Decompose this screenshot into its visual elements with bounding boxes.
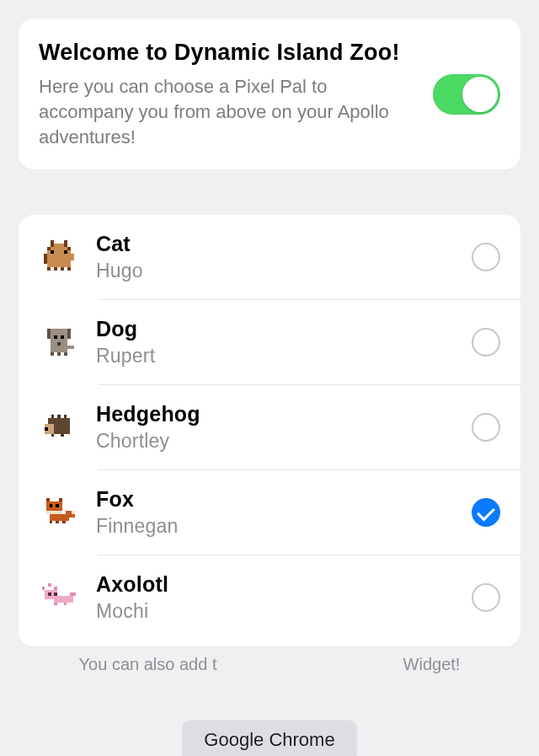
svg-rect-14	[54, 267, 57, 271]
intro-card: Welcome to Dynamic Island Zoo! Here you …	[19, 19, 520, 169]
pet-list: Cat Hugo Dog Rupert	[19, 215, 520, 646]
svg-rect-30	[57, 415, 61, 418]
svg-rect-46	[56, 521, 59, 524]
footer-left: You can also add t	[79, 655, 217, 673]
list-item[interactable]: Fox Finnegan	[19, 470, 520, 555]
svg-rect-33	[45, 427, 48, 431]
footer-text: You can also add t Widget!	[19, 655, 520, 674]
svg-rect-53	[54, 593, 57, 597]
petname-label: Chortley	[96, 430, 456, 453]
svg-rect-18	[67, 329, 71, 339]
svg-rect-2	[51, 244, 54, 247]
svg-rect-48	[42, 587, 45, 591]
species-label: Hedgehog	[96, 402, 456, 426]
svg-rect-37	[59, 498, 62, 501]
svg-rect-57	[64, 603, 67, 606]
list-item[interactable]: Hedgehog Chortley	[19, 385, 520, 469]
radio[interactable]	[472, 413, 500, 442]
svg-rect-55	[70, 593, 76, 597]
species-label: Axolotl	[96, 572, 456, 597]
list-item[interactable]: Dog Rupert	[19, 300, 520, 384]
svg-rect-21	[61, 335, 64, 339]
list-item-labels: Dog Rupert	[96, 317, 456, 367]
svg-rect-52	[48, 593, 51, 597]
species-label: Fox	[96, 487, 456, 512]
list-item[interactable]: Axolotl Mochi	[19, 555, 520, 640]
svg-rect-25	[51, 352, 54, 356]
browser-pill-label: Google Chrome	[204, 729, 334, 750]
svg-rect-10	[47, 260, 71, 267]
radio[interactable]	[472, 498, 500, 527]
browser-pill[interactable]: Google Chrome	[182, 721, 356, 756]
fox-icon	[37, 497, 81, 528]
svg-rect-39	[50, 505, 53, 508]
svg-rect-23	[51, 346, 67, 352]
list-item-labels: Axolotl Mochi	[96, 572, 456, 623]
svg-rect-11	[44, 254, 47, 264]
cat-icon	[37, 240, 81, 274]
svg-rect-7	[67, 247, 71, 250]
svg-rect-49	[48, 584, 51, 587]
svg-rect-36	[46, 498, 50, 501]
svg-rect-9	[64, 250, 67, 254]
svg-rect-17	[47, 329, 51, 339]
svg-rect-22	[57, 342, 61, 346]
list-item-labels: Cat Hugo	[96, 232, 456, 282]
svg-rect-45	[50, 521, 53, 524]
svg-rect-16	[67, 267, 71, 271]
footer-right: Widget!	[403, 655, 461, 673]
svg-rect-35	[61, 434, 64, 437]
svg-rect-15	[61, 267, 64, 271]
svg-rect-26	[57, 352, 61, 356]
toggle-knob	[462, 77, 498, 112]
svg-rect-13	[47, 267, 51, 271]
radio[interactable]	[472, 583, 500, 612]
svg-rect-6	[47, 247, 51, 250]
svg-rect-0	[51, 240, 54, 244]
svg-rect-29	[51, 415, 55, 418]
svg-rect-41	[46, 512, 62, 515]
page-subtitle: Here you can choose a Pixel Pal to accom…	[39, 74, 418, 149]
petname-label: Rupert	[96, 345, 456, 367]
svg-rect-1	[64, 240, 67, 244]
petname-label: Finnegan	[96, 515, 456, 538]
svg-rect-20	[54, 335, 57, 339]
list-item-labels: Fox Finnegan	[96, 487, 456, 538]
svg-rect-56	[54, 603, 57, 606]
species-label: Cat	[96, 232, 456, 256]
list-item[interactable]: Cat Hugo	[19, 215, 520, 299]
svg-rect-24	[67, 346, 74, 349]
svg-rect-34	[51, 434, 55, 437]
hedgehog-icon	[37, 415, 81, 440]
svg-rect-54	[54, 597, 72, 603]
svg-rect-27	[64, 352, 67, 356]
enable-toggle[interactable]	[433, 74, 500, 115]
axolotl-icon	[37, 583, 81, 612]
svg-rect-3	[54, 244, 64, 247]
svg-rect-8	[51, 250, 54, 254]
radio[interactable]	[472, 243, 500, 271]
radio[interactable]	[472, 328, 500, 357]
list-item-labels: Hedgehog Chortley	[96, 402, 456, 453]
svg-rect-4	[64, 244, 67, 247]
intro-text: Welcome to Dynamic Island Zoo! Here you …	[39, 39, 418, 149]
species-label: Dog	[96, 317, 456, 341]
svg-rect-12	[71, 254, 74, 260]
petname-label: Mochi	[96, 600, 456, 623]
page-title: Welcome to Dynamic Island Zoo!	[39, 39, 418, 66]
dog-icon	[37, 325, 81, 359]
petname-label: Hugo	[96, 260, 456, 282]
svg-rect-31	[64, 415, 67, 418]
svg-rect-44	[72, 512, 75, 515]
svg-rect-47	[62, 521, 66, 524]
svg-rect-40	[56, 505, 59, 508]
svg-rect-50	[54, 587, 57, 591]
